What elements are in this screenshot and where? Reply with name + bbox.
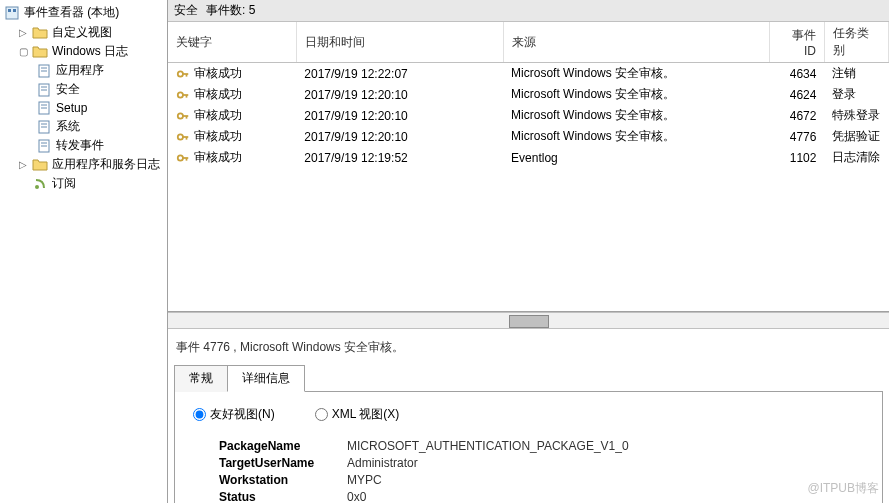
log-icon	[36, 119, 52, 135]
property-name: Status	[219, 490, 347, 503]
tree-custom-views[interactable]: ▷ 自定义视图	[0, 23, 167, 42]
cell-keyword: 审核成功	[194, 108, 242, 122]
radio-friendly-input[interactable]	[193, 408, 206, 421]
table-row[interactable]: 审核成功2017/9/19 12:20:10Microsoft Windows …	[168, 84, 889, 105]
svg-point-28	[178, 134, 183, 139]
cell-eventid: 4624	[770, 84, 825, 105]
label: 转发事件	[56, 137, 104, 154]
tab-details[interactable]: 详细信息	[227, 365, 305, 392]
key-icon	[176, 130, 190, 144]
log-header-bar: 安全 事件数: 5	[168, 0, 889, 22]
scrollbar-thumb[interactable]	[509, 315, 549, 328]
svg-point-25	[178, 113, 183, 118]
key-icon	[176, 109, 190, 123]
cell-source: Eventlog	[503, 147, 770, 168]
cell-category: 注销	[824, 63, 888, 85]
cell-datetime: 2017/9/19 12:20:10	[296, 126, 503, 147]
key-icon	[176, 67, 190, 81]
label: 友好视图(N)	[210, 406, 275, 423]
label: 自定义视图	[52, 24, 112, 41]
cell-datetime: 2017/9/19 12:22:07	[296, 63, 503, 85]
event-count-label: 事件数:	[206, 3, 245, 17]
property-row: Status0x0	[219, 490, 864, 503]
svg-point-31	[178, 155, 183, 160]
event-count-value: 5	[249, 3, 256, 17]
svg-point-18	[35, 185, 39, 189]
log-name: 安全	[174, 2, 198, 19]
label: 应用程序	[56, 62, 104, 79]
label: Setup	[56, 101, 87, 115]
cell-source: Microsoft Windows 安全审核。	[503, 126, 770, 147]
svg-point-22	[178, 92, 183, 97]
table-row[interactable]: 审核成功2017/9/19 12:20:10Microsoft Windows …	[168, 105, 889, 126]
tree-application-log[interactable]: 应用程序	[0, 61, 167, 80]
detail-title: 事件 4776 , Microsoft Windows 安全审核。	[174, 335, 883, 360]
tree-forwarded-events[interactable]: 转发事件	[0, 136, 167, 155]
event-detail-panel: 事件 4776 , Microsoft Windows 安全审核。 常规 详细信…	[168, 329, 889, 503]
svg-point-19	[178, 71, 183, 76]
cell-source: Microsoft Windows 安全审核。	[503, 105, 770, 126]
cell-source: Microsoft Windows 安全审核。	[503, 63, 770, 85]
cell-datetime: 2017/9/19 12:19:52	[296, 147, 503, 168]
cell-eventid: 4776	[770, 126, 825, 147]
tree-setup-log[interactable]: Setup	[0, 99, 167, 117]
tree-subscriptions[interactable]: 订阅	[0, 174, 167, 193]
tree-system-log[interactable]: 系统	[0, 117, 167, 136]
property-value: Administrator	[347, 456, 418, 470]
label: 系统	[56, 118, 80, 135]
cell-keyword: 审核成功	[194, 87, 242, 101]
horizontal-scrollbar[interactable]	[168, 312, 889, 329]
property-name: TargetUserName	[219, 456, 347, 470]
property-row: TargetUserNameAdministrator	[219, 456, 864, 470]
event-viewer-icon	[4, 5, 20, 21]
expand-icon: ▷	[18, 159, 28, 170]
log-icon	[36, 82, 52, 98]
col-category[interactable]: 任务类别	[824, 22, 888, 63]
cell-keyword: 审核成功	[194, 129, 242, 143]
folder-icon	[32, 25, 48, 41]
cell-keyword: 审核成功	[194, 150, 242, 164]
cell-category: 特殊登录	[824, 105, 888, 126]
log-icon	[36, 63, 52, 79]
key-icon	[176, 88, 190, 102]
table-row[interactable]: 审核成功2017/9/19 12:19:52Eventlog1102日志清除	[168, 147, 889, 168]
tab-general[interactable]: 常规	[174, 365, 228, 392]
cell-category: 日志清除	[824, 147, 888, 168]
cell-keyword: 审核成功	[194, 66, 242, 80]
property-row: WorkstationMYPC	[219, 473, 864, 487]
label: XML 视图(X)	[332, 406, 400, 423]
folder-icon	[32, 157, 48, 173]
cell-eventid: 4634	[770, 63, 825, 85]
property-value: 0x0	[347, 490, 366, 503]
cell-category: 登录	[824, 84, 888, 105]
property-row: PackageNameMICROSOFT_AUTHENTICATION_PACK…	[219, 439, 864, 453]
cell-eventid: 1102	[770, 147, 825, 168]
folder-icon	[32, 44, 48, 60]
property-value: MICROSOFT_AUTHENTICATION_PACKAGE_V1_0	[347, 439, 629, 453]
svg-rect-0	[6, 7, 18, 19]
log-icon	[36, 100, 52, 116]
tree-security-log[interactable]: 安全	[0, 80, 167, 99]
tree-apps-services[interactable]: ▷ 应用程序和服务日志	[0, 155, 167, 174]
table-row[interactable]: 审核成功2017/9/19 12:22:07Microsoft Windows …	[168, 63, 889, 85]
subscribe-icon	[32, 176, 48, 192]
key-icon	[176, 151, 190, 165]
col-datetime[interactable]: 日期和时间	[296, 22, 503, 63]
radio-xml-view[interactable]: XML 视图(X)	[315, 406, 400, 423]
col-eventid[interactable]: 事件 ID	[770, 22, 825, 63]
cell-datetime: 2017/9/19 12:20:10	[296, 84, 503, 105]
property-value: MYPC	[347, 473, 382, 487]
col-keyword[interactable]: 关键字	[168, 22, 296, 63]
tree-windows-logs[interactable]: ▢ Windows 日志	[0, 42, 167, 61]
table-row[interactable]: 审核成功2017/9/19 12:20:10Microsoft Windows …	[168, 126, 889, 147]
label: Windows 日志	[52, 43, 128, 60]
cell-datetime: 2017/9/19 12:20:10	[296, 105, 503, 126]
radio-friendly-view[interactable]: 友好视图(N)	[193, 406, 275, 423]
label: 订阅	[52, 175, 76, 192]
property-name: PackageName	[219, 439, 347, 453]
label: 应用程序和服务日志	[52, 156, 160, 173]
event-list[interactable]: 关键字 日期和时间 来源 事件 ID 任务类别 审核成功2017/9/19 12…	[168, 22, 889, 312]
radio-xml-input[interactable]	[315, 408, 328, 421]
col-source[interactable]: 来源	[503, 22, 770, 63]
tree-root[interactable]: 事件查看器 (本地)	[0, 2, 167, 23]
